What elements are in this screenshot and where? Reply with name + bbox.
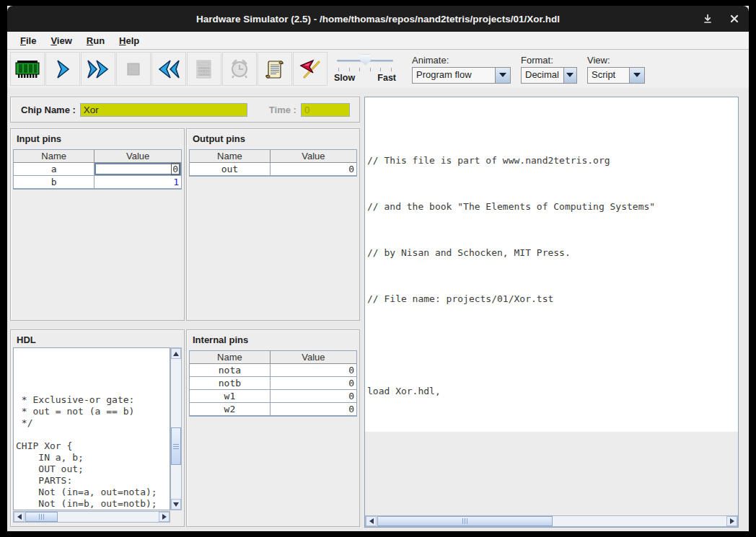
scroll-left-button[interactable] <box>14 512 25 522</box>
calculator-icon <box>195 59 213 79</box>
stop-button[interactable] <box>116 52 151 86</box>
hdl-code-line: OUT out; <box>14 463 170 475</box>
output-pins-table: Name Value out 0 <box>189 149 357 177</box>
animate-group: Animate: Program flow <box>412 55 511 84</box>
load-script-button[interactable] <box>258 52 292 86</box>
pin-value-cell[interactable]: 0 <box>271 403 356 415</box>
scrollbar-thumb[interactable] <box>25 512 58 522</box>
table-header: Name Value <box>190 150 356 163</box>
internal-pins-title: Internal pins <box>187 330 359 345</box>
value-column-header: Value <box>271 150 356 162</box>
animate-value: Program flow <box>413 68 476 83</box>
hdl-code-line: IN a, b; <box>14 452 170 463</box>
hdl-code-line: And (a=a, b=notb, out=w1); <box>14 510 170 510</box>
output-pins-title: Output pins <box>187 129 359 144</box>
table-header: Name Value <box>190 351 356 364</box>
pin-value-cell[interactable]: 0 <box>271 390 356 402</box>
internal-pins-table: Name Value nota 0 notb 0 <box>189 350 357 417</box>
pin-name: notb <box>190 377 271 389</box>
hdl-horizontal-scrollbar[interactable] <box>13 511 170 523</box>
stop-icon <box>127 63 140 76</box>
pin-name: nota <box>190 364 271 376</box>
value-column-header: Value <box>271 351 356 363</box>
input-pins-table: Name Value a 0 b 1 <box>13 149 182 190</box>
script-line: // File name: projects/01/Xor.tst <box>365 293 738 305</box>
scroll-right-button[interactable] <box>159 512 170 522</box>
pin-name: w1 <box>190 390 271 402</box>
app-window: Hardware Simulator (2.5) - /home/thomas/… <box>7 6 749 531</box>
script-view[interactable]: // This file is part of www.nand2tetris.… <box>365 97 738 432</box>
scroll-down-button[interactable] <box>171 499 181 510</box>
pin-value-cell[interactable]: 1 <box>94 176 181 188</box>
chevron-down-icon[interactable] <box>629 68 644 83</box>
hdl-code-line: PARTS: <box>14 475 170 487</box>
titlebar: Hardware Simulator (2.5) - /home/thomas/… <box>7 6 749 32</box>
pin-value-cell[interactable]: 0 <box>94 163 181 175</box>
main-content: Chip Name : Xor Time : 0 Input pins Name… <box>7 88 749 531</box>
script-line: load Xor.hdl, <box>365 386 738 397</box>
view-select[interactable]: Script <box>587 67 645 84</box>
time-field[interactable]: 0 <box>301 103 350 117</box>
animate-select[interactable]: Program flow <box>412 67 511 84</box>
hdl-code-line <box>14 429 170 440</box>
clock-button[interactable] <box>222 52 257 86</box>
script-panel: // This file is part of www.nand2tetris.… <box>364 97 739 528</box>
name-column-header: Name <box>14 150 94 162</box>
menu-view[interactable]: View <box>43 34 79 48</box>
hdl-code-line: CHIP Xor { <box>14 440 170 452</box>
format-select[interactable]: Decimal <box>521 67 577 84</box>
close-icon[interactable] <box>730 14 739 23</box>
view-group: View: Script <box>587 55 645 84</box>
rewind-icon <box>157 59 180 79</box>
pin-name: w2 <box>190 403 271 415</box>
chip-icon <box>15 60 40 79</box>
scroll-left-button[interactable] <box>366 516 377 526</box>
run-button[interactable] <box>81 52 115 86</box>
view-label: View: <box>587 55 645 66</box>
table-row: nota 0 <box>190 364 356 377</box>
breakpoints-button[interactable] <box>293 52 328 86</box>
scroll-right-button[interactable] <box>726 516 737 526</box>
hdl-code-view[interactable]: * Exclusive-or gate: * out = not (a == b… <box>13 347 170 510</box>
menu-run[interactable]: Run <box>79 34 112 48</box>
speed-slider[interactable]: Slow Fast <box>334 53 396 85</box>
format-label: Format: <box>521 55 577 66</box>
pin-name: b <box>14 176 94 188</box>
step-forward-icon <box>54 59 71 79</box>
minimize-download-icon[interactable] <box>703 14 713 24</box>
chevron-down-icon[interactable] <box>495 68 510 83</box>
script-line <box>365 339 738 351</box>
pin-value-cell[interactable]: 0 <box>271 377 356 389</box>
name-column-header: Name <box>190 150 271 162</box>
script-line: // and the book "The Elements of Computi… <box>365 201 738 213</box>
pin-value-cell[interactable]: 0 <box>271 163 356 175</box>
pin-name: a <box>14 163 94 175</box>
scrollbar-thumb[interactable] <box>377 516 553 526</box>
chip-name-label: Chip Name : <box>21 105 76 115</box>
hdl-vertical-scrollbar[interactable] <box>170 347 182 510</box>
internal-pins-panel: Internal pins Name Value nota 0 notb <box>186 329 360 527</box>
input-pins-title: Input pins <box>11 129 184 144</box>
reset-button[interactable] <box>151 52 186 86</box>
chip-name-field[interactable]: Xor <box>80 103 247 117</box>
menu-file[interactable]: File <box>13 34 43 48</box>
slider-slow-label: Slow <box>334 73 355 83</box>
pin-value-cell[interactable]: 0 <box>271 364 356 376</box>
scroll-up-button[interactable] <box>171 348 181 359</box>
script-horizontal-scrollbar[interactable] <box>365 515 738 527</box>
single-step-button[interactable] <box>45 52 80 86</box>
value-column-header: Value <box>94 150 181 162</box>
slider-thumb[interactable] <box>360 55 371 66</box>
name-column-header: Name <box>190 351 271 363</box>
calculator-button[interactable] <box>187 52 221 86</box>
load-chip-button[interactable] <box>10 52 45 86</box>
hdl-code-line: */ <box>14 417 170 429</box>
table-row: out 0 <box>190 163 356 176</box>
chevron-down-icon[interactable] <box>563 68 576 83</box>
menubar: File View Run Help <box>7 32 749 50</box>
scrollbar-thumb[interactable] <box>171 427 181 465</box>
script-line: // by Nisan and Schocken, MIT Press. <box>365 247 738 259</box>
slider-ticks <box>338 68 392 71</box>
menu-help[interactable]: Help <box>112 34 146 48</box>
format-group: Format: Decimal <box>521 55 577 84</box>
